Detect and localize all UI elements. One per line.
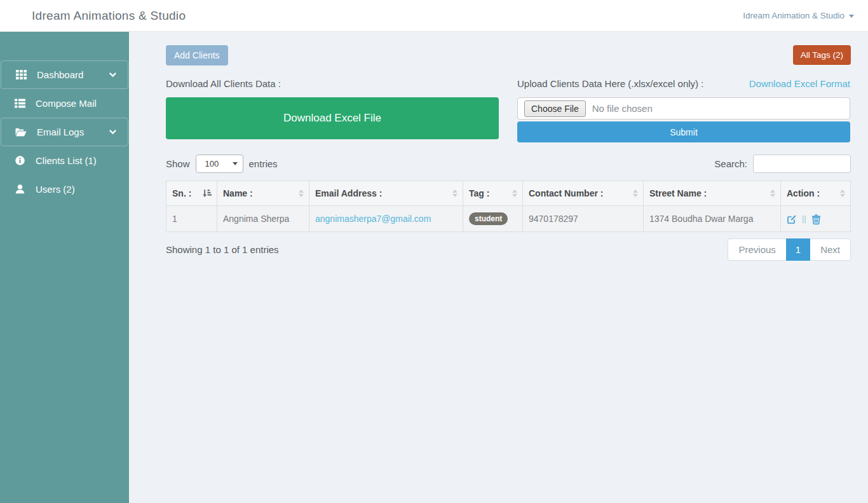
- caret-down-icon: [849, 15, 854, 18]
- sidebar-item-dashboard[interactable]: Dashboard: [1, 60, 128, 89]
- sidebar-item-label: Dashboard: [37, 69, 83, 80]
- folder-open-icon: [15, 128, 27, 137]
- app-title: Idream Animations & Studio: [32, 9, 186, 23]
- cell-contact: 9470178297: [523, 206, 644, 232]
- delete-trash-icon[interactable]: [811, 214, 821, 224]
- cell-tag: student: [463, 206, 523, 232]
- table-row: 1 Angnima Sherpa angnimasherpa7@gmail.co…: [166, 206, 851, 232]
- column-header-name[interactable]: Name :: [217, 181, 309, 206]
- download-excel-button[interactable]: Download Excel File: [166, 97, 499, 139]
- main-content: Add Clients All Tags (2) Download All Cl…: [129, 32, 868, 503]
- cell-sn: 1: [166, 206, 217, 232]
- sidebar-item-email-logs[interactable]: Email Logs: [1, 118, 128, 146]
- page-1-button[interactable]: 1: [786, 238, 810, 261]
- file-upload-input[interactable]: Choose File No file chosen: [517, 97, 850, 120]
- edit-icon[interactable]: [787, 214, 797, 224]
- th-grid-icon: [15, 70, 27, 79]
- sidebar-item-label: Users (2): [36, 184, 75, 195]
- user-icon: [13, 184, 26, 194]
- sort-both-icon: [633, 189, 638, 197]
- add-clients-button[interactable]: Add Clients: [166, 45, 228, 65]
- sort-both-icon: [452, 189, 458, 197]
- sidebar-item-label: Email Logs: [37, 127, 84, 137]
- cell-street: 1374 Boudha Dwar Marga: [644, 206, 781, 232]
- column-header-street[interactable]: Street Name :: [644, 181, 781, 206]
- sidebar: Dashboard Compose Mail Ema: [0, 32, 129, 503]
- download-excel-format-link[interactable]: Download Excel Format: [749, 78, 850, 89]
- pagination: Previous 1 Next: [728, 238, 851, 261]
- account-menu-label: Idream Animation & Studio: [743, 11, 844, 20]
- top-header: Idream Animations & Studio Idream Animat…: [0, 0, 868, 32]
- sidebar-item-label: Compose Mail: [36, 98, 97, 109]
- column-header-sn[interactable]: Sn. :: [166, 181, 217, 206]
- email-link[interactable]: angnimasherpa7@gmail.com: [315, 214, 431, 224]
- sidebar-item-label: Clients List (1): [36, 155, 97, 166]
- download-section-label: Download All Clients Data :: [166, 78, 281, 89]
- info-circle-icon: [13, 156, 26, 165]
- clients-table: Sn. : Name :: [166, 181, 851, 232]
- sort-both-icon: [840, 189, 845, 197]
- submit-button[interactable]: Submit: [517, 121, 850, 142]
- next-page-button[interactable]: Next: [810, 238, 851, 261]
- column-header-contact[interactable]: Contact Number :: [523, 181, 644, 206]
- search-label: Search:: [714, 158, 747, 169]
- cell-action: ||: [781, 206, 851, 232]
- sidebar-item-compose-mail[interactable]: Compose Mail: [0, 89, 129, 118]
- column-header-tag[interactable]: Tag :: [463, 181, 523, 206]
- sort-both-icon: [299, 189, 304, 197]
- cell-name: Angnima Sherpa: [217, 206, 309, 232]
- previous-page-button[interactable]: Previous: [728, 238, 785, 261]
- file-status-text: No file chosen: [592, 103, 653, 114]
- account-menu-dropdown[interactable]: Idream Animation & Studio: [743, 11, 854, 20]
- table-summary: Showing 1 to 1 of 1 entries: [166, 244, 279, 255]
- sort-amount-asc-icon: [203, 189, 212, 198]
- page-length-select[interactable]: 100: [196, 155, 243, 173]
- table-header-row: Sn. : Name :: [166, 181, 851, 206]
- cell-email: angnimasherpa7@gmail.com: [309, 206, 463, 232]
- download-section: Download All Clients Data : Download Exc…: [166, 76, 499, 142]
- search-input[interactable]: [753, 155, 851, 173]
- sidebar-item-clients-list[interactable]: Clients List (1): [0, 146, 129, 175]
- sort-both-icon: [770, 189, 775, 197]
- upload-section-label: Upload Clients Data Here (.xlsx/excel on…: [517, 78, 703, 89]
- choose-file-button[interactable]: Choose File: [524, 100, 586, 117]
- column-header-email[interactable]: Email Address :: [309, 181, 463, 206]
- upload-section: Upload Clients Data Here (.xlsx/excel on…: [517, 76, 850, 142]
- chevron-down-icon: [109, 72, 116, 78]
- chevron-down-icon: [109, 130, 116, 135]
- sort-both-icon: [512, 189, 517, 197]
- entries-label: entries: [249, 158, 278, 169]
- all-tags-button[interactable]: All Tags (2): [793, 45, 851, 65]
- tag-badge: student: [469, 212, 508, 225]
- column-header-action[interactable]: Action :: [781, 181, 851, 206]
- list-icon: [13, 99, 26, 108]
- show-label: Show: [166, 158, 190, 169]
- sidebar-item-users[interactable]: Users (2): [0, 175, 129, 203]
- action-separator: ||: [802, 214, 806, 223]
